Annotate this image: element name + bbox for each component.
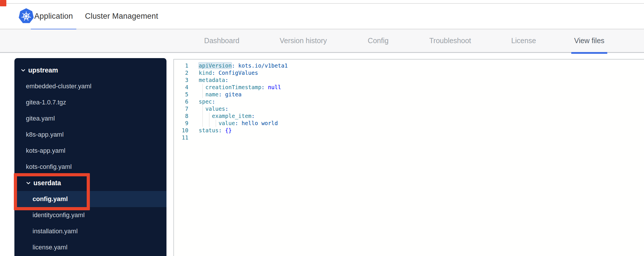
code-text: values:	[199, 105, 228, 112]
tab-dashboard[interactable]: Dashboard	[201, 29, 242, 52]
tree-item-label: kots-config.yaml	[26, 163, 72, 171]
file-tree-sidebar: upstreamembedded-cluster.yamlgitea-1.0.7…	[14, 58, 166, 256]
line-number: 9	[174, 120, 188, 127]
indent-guide	[202, 84, 203, 91]
indent-guide	[216, 120, 216, 127]
code-line-11: 11	[174, 134, 644, 141]
tree-item-label: kots-app.yaml	[26, 147, 65, 154]
header-tabs: ApplicationCluster Management	[0, 4, 644, 29]
tree-item-label: installation.yaml	[33, 228, 78, 235]
line-number: 8	[174, 112, 188, 120]
code-text: creationTimestamp: null	[199, 84, 281, 91]
tab-config[interactable]: Config	[365, 29, 391, 52]
chevron-down-icon[interactable]	[21, 68, 26, 73]
code-line-5: 5 name: gitea	[174, 91, 644, 98]
line-number: 10	[174, 127, 188, 134]
code-text: value: hello world	[199, 120, 278, 127]
tree-item-identityconfig-yaml[interactable]: identityconfig.yaml	[14, 207, 166, 223]
code-line-10: 10status: {}	[174, 127, 644, 134]
line-number: 3	[174, 77, 188, 84]
code-text: spec:	[199, 98, 215, 105]
indent-guide	[209, 112, 209, 120]
indent-guide	[202, 120, 203, 127]
line-number: 11	[174, 134, 188, 141]
chevron-down-icon[interactable]	[26, 181, 31, 186]
tree-item-label: license.yaml	[33, 244, 67, 251]
line-number: 6	[174, 98, 188, 105]
tree-item-userdata[interactable]: userdata	[14, 175, 166, 191]
main-header: ApplicationCluster Management	[0, 4, 644, 29]
tree-item-installation-yaml[interactable]: installation.yaml	[14, 223, 166, 239]
code-line-3: 3metadata:	[174, 77, 644, 84]
tree-item-label: embedded-cluster.yaml	[26, 83, 91, 90]
indent-guide	[202, 91, 203, 98]
tab-application[interactable]: Application	[31, 4, 76, 30]
indent-guide	[202, 105, 203, 112]
tab-view-files[interactable]: View files	[571, 29, 607, 54]
code-text: status: {}	[199, 127, 232, 134]
tree-item-label: k8s-app.yaml	[26, 131, 64, 138]
tree-item-label: userdata	[33, 179, 61, 187]
line-number: 2	[174, 69, 188, 77]
tree-item-gitea-1-0-7-tgz[interactable]: gitea-1.0.7.tgz	[14, 94, 166, 110]
code-line-6: 6spec:	[174, 98, 644, 105]
code-text: kind: ConfigValues	[199, 69, 258, 77]
tree-item-label: config.yaml	[33, 195, 68, 203]
tree-item-kots-config-yaml[interactable]: kots-config.yaml	[14, 159, 166, 175]
tree-item-label: upstream	[28, 66, 58, 74]
tree-item-upstream[interactable]: upstream	[14, 62, 166, 78]
tree-item-k8s-app-yaml[interactable]: k8s-app.yaml	[14, 127, 166, 143]
tab-version-history[interactable]: Version history	[277, 29, 330, 52]
code-line-9: 9 value: hello world	[174, 120, 644, 127]
yaml-code-editor[interactable]: 1apiVersion: kots.io/v1beta12kind: Confi…	[173, 59, 644, 256]
code-line-1: 1apiVersion: kots.io/v1beta1	[174, 62, 644, 69]
tree-item-license-yaml[interactable]: license.yaml	[14, 239, 166, 255]
tree-item-label: gitea.yaml	[26, 115, 55, 122]
tree-item-kots-app-yaml[interactable]: kots-app.yaml	[14, 143, 166, 159]
tree-item-config-yaml[interactable]: config.yaml	[14, 191, 166, 207]
code-text: example_item:	[199, 112, 255, 120]
tab-cluster-management[interactable]: Cluster Management	[82, 4, 162, 29]
tab-troubleshoot[interactable]: Troubleshoot	[427, 29, 474, 52]
code-line-2: 2kind: ConfigValues	[174, 69, 644, 77]
line-number: 1	[174, 62, 188, 69]
line-number: 5	[174, 91, 188, 98]
tree-item-gitea-yaml[interactable]: gitea.yaml	[14, 110, 166, 127]
line-number: 7	[174, 105, 188, 112]
code-text: name: gitea	[199, 91, 242, 98]
kots-admin-console: { "header": { "logo_icon": "kubernetes-l…	[0, 0, 644, 256]
indent-guide	[209, 120, 209, 127]
tree-item-label: gitea-1.0.7.tgz	[26, 99, 66, 106]
code-text: apiVersion: kots.io/v1beta1	[199, 62, 288, 69]
code-text: metadata:	[199, 77, 228, 84]
tree-item-label: identityconfig.yaml	[33, 211, 85, 219]
code-line-8: 8 example_item:	[174, 112, 644, 120]
tab-license[interactable]: License	[508, 29, 539, 52]
tree-item-embedded-cluster-yaml[interactable]: embedded-cluster.yaml	[14, 78, 166, 94]
indent-guide	[202, 112, 203, 120]
code-line-7: 7 values:	[174, 105, 644, 112]
line-number: 4	[174, 84, 188, 91]
app-subnav: DashboardVersion historyConfigTroublesho…	[0, 29, 644, 53]
code-line-4: 4 creationTimestamp: null	[174, 84, 644, 91]
